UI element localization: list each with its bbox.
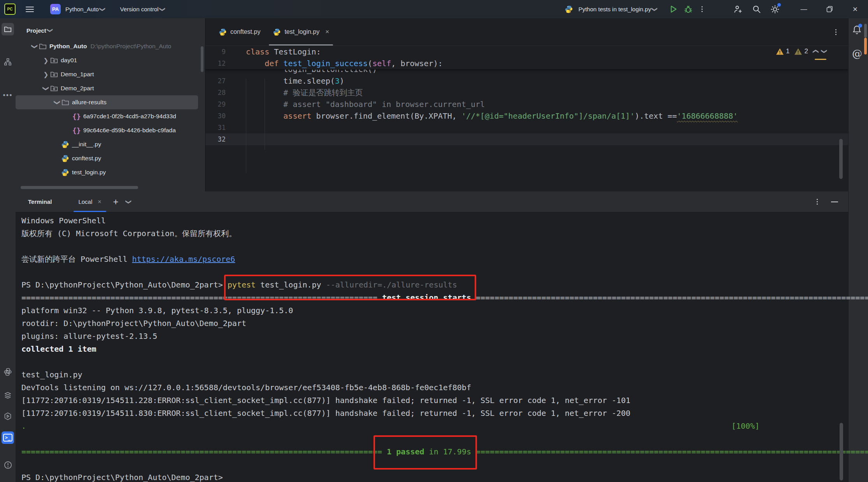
code-area[interactable]: 9class TestLogin:12 def test_login_succe… (205, 46, 848, 145)
chevron-collapsed-icon[interactable]: ❯ (42, 57, 50, 64)
python-file-icon (219, 28, 227, 36)
notifications-bell-icon[interactable] (852, 25, 862, 35)
close-terminal-tab-icon[interactable]: × (98, 198, 101, 205)
close-button[interactable]: × (842, 0, 868, 18)
line-number: 9 (205, 46, 226, 58)
tab-label: test_login.py (284, 28, 319, 35)
horizontal-scrollbar-thumb[interactable] (21, 186, 138, 189)
layers-tool-icon[interactable] (2, 389, 14, 401)
more-actions-kebab[interactable] (698, 5, 706, 14)
terminal-line-8: rootdir: D:\pythonProject\Python_Auto\De… (21, 317, 848, 330)
services-tool-icon[interactable] (2, 410, 14, 422)
chevron-expanded-icon[interactable]: ❯ (54, 98, 61, 106)
tab-conftest[interactable]: conftest.py (212, 18, 267, 46)
editor-scrollbar-thumb[interactable] (839, 139, 843, 179)
project-panel-header[interactable]: Project ❯ (16, 18, 205, 39)
new-terminal-icon[interactable]: + (113, 196, 119, 207)
python-console-icon[interactable] (2, 366, 14, 378)
search-everywhere-icon[interactable] (752, 4, 761, 14)
terminal-line-9: plugins: allure-pytest-2.13.5 (21, 330, 848, 343)
terminal-line-20: PS D:\pythonProject\Python_Auto\Demo_2pa… (21, 471, 848, 482)
line-number (205, 70, 226, 75)
tree-item-Demo_1part[interactable]: ❯Demo_1part (16, 67, 205, 81)
settings-gear-icon[interactable] (770, 4, 780, 14)
tree-item-99c64c6e-d59b-4426-bdeb-c9fada[interactable]: {}99c64c6e-d59b-4426-bdeb-c9fada (16, 123, 205, 137)
tree-item-__init__py[interactable]: __init__.py (16, 137, 205, 151)
chevron-expanded-icon[interactable]: ❯ (31, 42, 39, 50)
more-tool-windows-icon[interactable]: ••• (2, 89, 14, 102)
structure-tool-icon[interactable] (2, 56, 14, 68)
chevron-down-icon: ❯ (99, 7, 106, 12)
project-avatar: PA (50, 4, 61, 14)
code-line-30[interactable]: 30 assert browser.find_element(By.XPATH,… (205, 110, 848, 122)
inspections-widget[interactable]: 1 2 ❯ ❯ (776, 47, 827, 55)
terminal-line-3: 尝试新的跨平台 PowerShell https://aka.ms/pscore… (21, 253, 848, 266)
stripe-scrollbar-orange-segment (864, 38, 867, 54)
python-logo-icon (565, 5, 573, 14)
code-line-27[interactable]: 27 time.sleep(3) (205, 75, 848, 87)
highlight-level-indicator (815, 59, 826, 60)
tree-item-label: Demo_1part (61, 71, 94, 78)
terminal-line-18: ========================================… (21, 445, 848, 458)
hide-terminal-icon[interactable] (831, 202, 838, 202)
code-line-29[interactable]: 29 # assert "dashboard" in browser.curre… (205, 98, 848, 110)
tree-item-test_loginpy[interactable]: test_login.py (16, 165, 205, 179)
run-configuration-selector[interactable]: Python tests in test_login.py ❯ (579, 6, 658, 13)
terminal-tool-icon[interactable]: >_ (2, 431, 14, 444)
line-number: 12 (205, 58, 226, 69)
notification-dot (858, 24, 862, 28)
editor-options-kebab[interactable] (832, 28, 840, 37)
minimize-button[interactable]: — (791, 0, 817, 18)
python-file-icon (273, 28, 281, 36)
run-button[interactable] (668, 4, 678, 14)
tree-item-Demo_2part[interactable]: ❯Demo_2part (16, 81, 205, 95)
code-line-28[interactable]: 28 # 验证是否跳转到主页 (205, 87, 848, 98)
partially-scrolled-line[interactable]: login_button.click() (205, 70, 848, 75)
vcs-menu[interactable]: Version control ❯ (120, 6, 165, 13)
terminal-output[interactable]: Windows PowerShell版权所有 (C) Microsoft Cor… (16, 212, 848, 482)
folder-icon (39, 42, 49, 51)
chevron-down-icon: ❯ (159, 7, 166, 12)
chevron-down-icon[interactable]: ❯ (125, 199, 132, 204)
tree-item-day01[interactable]: ❯day01 (16, 53, 205, 67)
vertical-scrollbar-thumb[interactable] (201, 46, 203, 72)
restore-button[interactable] (817, 0, 842, 18)
terminal-tab-local[interactable]: Local × (74, 191, 106, 212)
code-line-x[interactable]: login_button.click() (205, 70, 848, 75)
terminal-line-19 (21, 458, 848, 471)
previous-problem-icon[interactable]: ❯ (812, 49, 819, 54)
terminal-link[interactable]: https://aka.ms/pscore6 (132, 254, 235, 264)
ai-assistant-icon[interactable]: @ (852, 48, 862, 60)
code-line-9[interactable]: 9class TestLogin: (205, 46, 848, 58)
tab-test-login[interactable]: test_login.py × (267, 18, 335, 46)
terminal-line-11 (21, 356, 848, 368)
close-tab-icon[interactable]: × (325, 28, 329, 36)
main-menu-button[interactable] (21, 4, 39, 15)
tree-item-Python_Auto[interactable]: ❯Python_AutoD:\pythonProject\Python_Auto (16, 39, 205, 53)
next-problem-icon[interactable]: ❯ (821, 49, 828, 54)
code-with-me-icon[interactable] (733, 4, 743, 14)
project-tool-icon[interactable] (2, 23, 14, 35)
tree-item-allure-results[interactable]: ❯allure-results (16, 95, 198, 109)
code-line-32[interactable]: 32 (205, 133, 848, 145)
chevron-expanded-icon[interactable]: ❯ (42, 84, 50, 92)
sticky-lines[interactable]: 9class TestLogin:12 def test_login_succe… (205, 46, 848, 70)
json-file-icon: {} (72, 126, 83, 135)
chevron-collapsed-icon[interactable]: ❯ (42, 71, 50, 78)
problems-tool-icon[interactable] (2, 459, 14, 471)
debug-button[interactable] (684, 5, 693, 14)
terminal-options-kebab[interactable] (814, 197, 821, 206)
folder-icon (61, 98, 72, 107)
folder-package-icon (50, 56, 61, 65)
tree-item-conftestpy[interactable]: conftest.py (16, 151, 205, 165)
code-line-31[interactable]: 31 (205, 122, 848, 133)
settings-notification-dot (777, 3, 781, 7)
stripe-scrollbar-segment (864, 24, 867, 38)
project-panel-title: Project (26, 27, 46, 34)
project-selector[interactable]: Python_Auto ❯ (65, 6, 105, 13)
tree-item-label: day01 (61, 57, 77, 64)
terminal-scrollbar-thumb[interactable] (840, 423, 843, 480)
tree-item-6a97cde1-0f2b-4cd5-a27b-94d33d[interactable]: {}6a97cde1-0f2b-4cd5-a27b-94d33d (16, 109, 205, 123)
vcs-label: Version control (120, 6, 158, 12)
code-line-12[interactable]: 12 def test_login_success(self, browser)… (205, 58, 848, 69)
